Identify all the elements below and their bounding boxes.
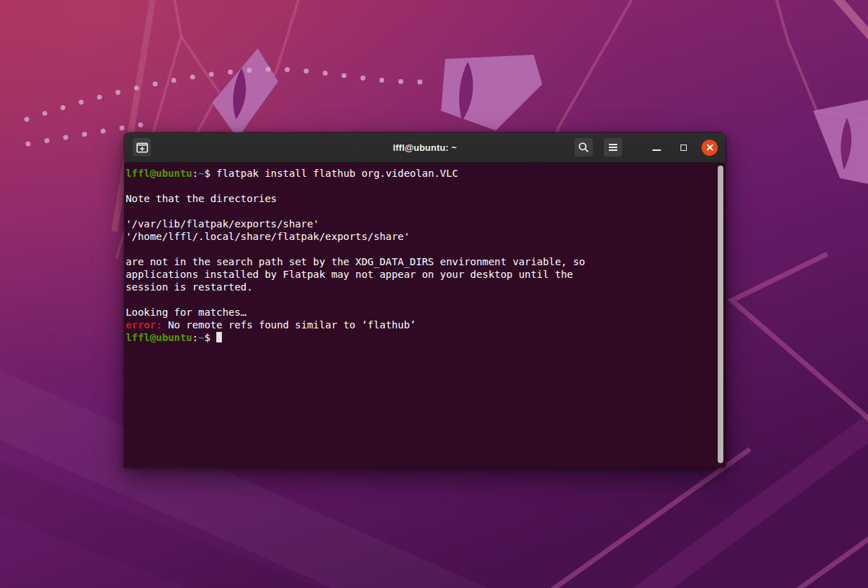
terminal-line: Looking for matches… [126,306,716,319]
terminal-text-segment: lffl@ubuntu [126,168,192,179]
terminal-text-segment: applications installed by Flatpak may no… [126,269,573,280]
terminal-scrollbar[interactable] [718,166,723,463]
terminal-line: '/home/lffl/.local/share/flatpak/exports… [126,230,716,243]
terminal-line [126,205,716,218]
menu-button[interactable] [603,138,623,157]
terminal-line: Note that the directories [126,192,716,205]
minimize-button[interactable] [648,139,665,156]
search-button[interactable] [574,138,593,157]
terminal-window: lffl@ubuntu: ~ [124,132,726,468]
terminal-text-segment: '/var/lib/flatpak/exports/share' [126,218,319,229]
menu-icon [608,143,618,152]
terminal-line: lffl@ubuntu:~$ [126,331,716,344]
terminal-cursor [216,332,222,342]
terminal-line [126,243,716,255]
new-tab-button[interactable] [132,138,152,157]
terminal-line: lffl@ubuntu:~$ flatpak install flathub o… [126,167,716,180]
terminal-text-segment: : [192,168,199,179]
terminal-text-segment: $ [204,332,216,343]
terminal-text-segment: : [192,332,199,343]
terminal-line: '/var/lib/flatpak/exports/share' [126,218,716,230]
maximize-button[interactable] [675,139,692,156]
terminal-text-segment: No remote refs found similar to ‘flathub… [162,319,416,330]
terminal-text-segment: are not in the search path set by the XD… [126,256,585,267]
maximize-icon [680,145,687,151]
search-icon [578,142,589,153]
terminal-text-segment: Looking for matches… [126,307,246,318]
terminal-line: session is restarted. [126,281,716,293]
terminal-text-segment: error: [126,319,162,330]
terminal-text-segment: ~ [198,332,204,343]
terminal-text-segment: lffl@ubuntu [126,332,192,343]
minimize-icon [652,149,661,151]
terminal-line: are not in the search path set by the XD… [126,255,716,268]
titlebar[interactable]: lffl@ubuntu: ~ [124,133,725,163]
terminal-text-segment: '/home/lffl/.local/share/flatpak/exports… [126,231,410,242]
terminal-screen[interactable]: lffl@ubuntu:~$ flatpak install flathub o… [124,163,725,468]
new-tab-icon [136,142,148,153]
terminal-text-segment: ~ [198,168,204,179]
close-icon [706,144,714,151]
terminal-text-segment: session is restarted. [126,281,253,293]
terminal-text-segment: $ flatpak install flathub org.videolan.V… [204,168,459,179]
terminal-output: lffl@ubuntu:~$ flatpak install flathub o… [126,167,716,344]
close-button[interactable] [702,140,718,156]
terminal-line: error: No remote refs found similar to ‘… [126,319,716,331]
terminal-line [126,180,716,192]
terminal-line [126,293,716,306]
terminal-line: applications installed by Flatpak may no… [126,268,716,281]
terminal-text-segment: Note that the directories [126,193,277,204]
